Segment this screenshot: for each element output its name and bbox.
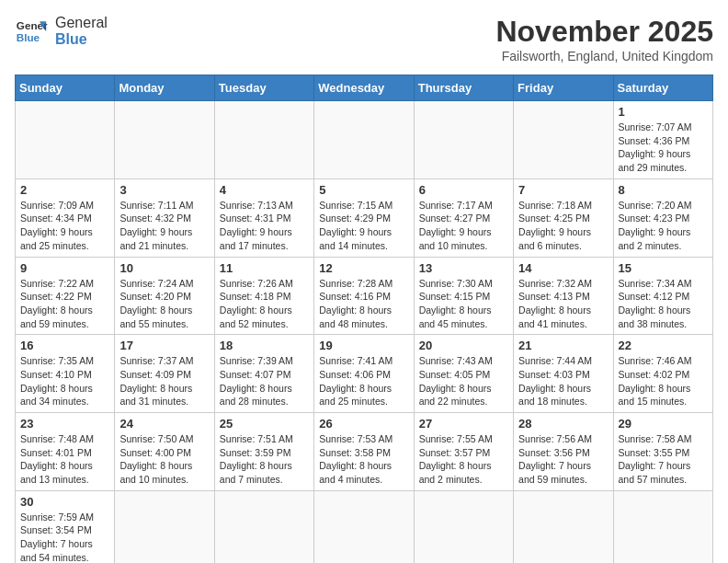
day-info: Sunrise: 7:59 AMSunset: 3:54 PMDaylight:…	[20, 511, 109, 563]
day-info: Sunrise: 7:07 AMSunset: 4:36 PMDaylight:…	[619, 121, 708, 175]
day-number: 4	[220, 183, 309, 197]
day-number: 22	[619, 339, 708, 352]
calendar-day-cell: 3Sunrise: 7:11 AMSunset: 4:32 PMDaylight…	[115, 178, 214, 257]
calendar-day-cell: 27Sunrise: 7:55 AMSunset: 3:57 PMDayligh…	[414, 413, 513, 491]
day-number: 14	[518, 261, 608, 275]
day-number: 20	[419, 339, 508, 352]
day-info: Sunrise: 7:22 AMSunset: 4:22 PMDaylight:…	[20, 277, 109, 331]
calendar-day-cell: 9Sunrise: 7:22 AMSunset: 4:22 PMDaylight…	[16, 257, 115, 335]
day-number: 17	[119, 339, 209, 352]
day-number: 27	[419, 417, 508, 431]
calendar-day-cell	[514, 490, 613, 563]
month-title: November 2025	[495, 15, 713, 49]
day-info: Sunrise: 7:55 AMSunset: 3:57 PMDaylight:…	[419, 432, 508, 487]
title-area: November 2025 Failsworth, England, Unite…	[495, 15, 713, 63]
header: General Blue General Blue November 2025 …	[15, 15, 713, 63]
calendar: SundayMondayTuesdayWednesdayThursdayFrid…	[15, 75, 713, 563]
day-info: Sunrise: 7:30 AMSunset: 4:15 PMDaylight:…	[419, 277, 508, 331]
calendar-day-cell: 24Sunrise: 7:50 AMSunset: 4:00 PMDayligh…	[115, 413, 214, 491]
day-info: Sunrise: 7:48 AMSunset: 4:01 PMDaylight:…	[20, 432, 109, 487]
day-info: Sunrise: 7:18 AMSunset: 4:25 PMDaylight:…	[518, 199, 608, 253]
day-number: 30	[20, 495, 109, 509]
day-number: 5	[319, 183, 408, 197]
day-number: 9	[20, 261, 109, 275]
weekday-header: Thursday	[414, 75, 513, 101]
calendar-day-cell: 19Sunrise: 7:41 AMSunset: 4:06 PMDayligh…	[314, 335, 414, 413]
day-info: Sunrise: 7:13 AMSunset: 4:31 PMDaylight:…	[220, 199, 309, 253]
day-number: 29	[619, 417, 708, 431]
day-number: 13	[419, 261, 508, 275]
calendar-day-cell	[314, 101, 414, 179]
day-info: Sunrise: 7:32 AMSunset: 4:13 PMDaylight:…	[518, 277, 608, 331]
calendar-day-cell	[414, 490, 513, 563]
calendar-day-cell	[115, 490, 214, 563]
svg-text:Blue: Blue	[17, 31, 40, 43]
calendar-day-cell: 13Sunrise: 7:30 AMSunset: 4:15 PMDayligh…	[414, 257, 513, 335]
day-number: 11	[220, 261, 309, 275]
day-info: Sunrise: 7:26 AMSunset: 4:18 PMDaylight:…	[220, 277, 309, 331]
calendar-day-cell: 22Sunrise: 7:46 AMSunset: 4:02 PMDayligh…	[613, 335, 712, 413]
day-number: 6	[419, 183, 508, 197]
calendar-day-cell: 11Sunrise: 7:26 AMSunset: 4:18 PMDayligh…	[214, 257, 313, 335]
calendar-day-cell: 21Sunrise: 7:44 AMSunset: 4:03 PMDayligh…	[514, 335, 613, 413]
calendar-week-row: 16Sunrise: 7:35 AMSunset: 4:10 PMDayligh…	[16, 335, 713, 413]
day-info: Sunrise: 7:39 AMSunset: 4:07 PMDaylight:…	[220, 354, 309, 408]
day-info: Sunrise: 7:58 AMSunset: 3:55 PMDaylight:…	[619, 432, 708, 487]
calendar-day-cell: 1Sunrise: 7:07 AMSunset: 4:36 PMDaylight…	[613, 101, 712, 179]
day-info: Sunrise: 7:24 AMSunset: 4:20 PMDaylight:…	[119, 277, 209, 331]
day-number: 7	[518, 183, 608, 197]
day-info: Sunrise: 7:28 AMSunset: 4:16 PMDaylight:…	[319, 277, 408, 331]
calendar-day-cell: 25Sunrise: 7:51 AMSunset: 3:59 PMDayligh…	[214, 413, 313, 491]
day-number: 12	[319, 261, 408, 275]
day-info: Sunrise: 7:50 AMSunset: 4:00 PMDaylight:…	[119, 432, 209, 487]
calendar-day-cell: 10Sunrise: 7:24 AMSunset: 4:20 PMDayligh…	[115, 257, 214, 335]
calendar-day-cell: 23Sunrise: 7:48 AMSunset: 4:01 PMDayligh…	[16, 413, 115, 491]
calendar-day-cell	[16, 101, 115, 179]
calendar-week-row: 9Sunrise: 7:22 AMSunset: 4:22 PMDaylight…	[16, 257, 713, 335]
calendar-day-cell: 7Sunrise: 7:18 AMSunset: 4:25 PMDaylight…	[514, 178, 613, 257]
calendar-week-row: 2Sunrise: 7:09 AMSunset: 4:34 PMDaylight…	[16, 178, 713, 257]
day-number: 24	[119, 417, 209, 431]
day-info: Sunrise: 7:34 AMSunset: 4:12 PMDaylight:…	[619, 277, 708, 331]
calendar-day-cell: 16Sunrise: 7:35 AMSunset: 4:10 PMDayligh…	[16, 335, 115, 413]
day-number: 18	[220, 339, 309, 352]
day-info: Sunrise: 7:41 AMSunset: 4:06 PMDaylight:…	[319, 354, 408, 408]
day-info: Sunrise: 7:43 AMSunset: 4:05 PMDaylight:…	[419, 354, 508, 408]
day-info: Sunrise: 7:17 AMSunset: 4:27 PMDaylight:…	[419, 199, 508, 253]
calendar-day-cell: 14Sunrise: 7:32 AMSunset: 4:13 PMDayligh…	[514, 257, 613, 335]
calendar-day-cell: 6Sunrise: 7:17 AMSunset: 4:27 PMDaylight…	[414, 178, 513, 257]
day-number: 2	[20, 183, 109, 197]
calendar-day-cell: 12Sunrise: 7:28 AMSunset: 4:16 PMDayligh…	[314, 257, 414, 335]
calendar-day-cell: 29Sunrise: 7:58 AMSunset: 3:55 PMDayligh…	[613, 413, 712, 491]
calendar-day-cell: 15Sunrise: 7:34 AMSunset: 4:12 PMDayligh…	[613, 257, 712, 335]
day-info: Sunrise: 7:37 AMSunset: 4:09 PMDaylight:…	[119, 354, 209, 408]
logo: General Blue General Blue	[15, 15, 108, 48]
calendar-day-cell	[115, 101, 214, 179]
day-info: Sunrise: 7:46 AMSunset: 4:02 PMDaylight:…	[619, 354, 708, 408]
day-number: 8	[619, 183, 708, 197]
calendar-day-cell	[214, 101, 313, 179]
day-info: Sunrise: 7:53 AMSunset: 3:58 PMDaylight:…	[319, 432, 408, 487]
day-number: 1	[619, 105, 708, 119]
calendar-week-row: 30Sunrise: 7:59 AMSunset: 3:54 PMDayligh…	[16, 490, 713, 563]
day-number: 23	[20, 417, 109, 431]
calendar-day-cell	[514, 101, 613, 179]
calendar-day-cell: 26Sunrise: 7:53 AMSunset: 3:58 PMDayligh…	[314, 413, 414, 491]
day-info: Sunrise: 7:44 AMSunset: 4:03 PMDaylight:…	[518, 354, 608, 408]
calendar-day-cell: 8Sunrise: 7:20 AMSunset: 4:23 PMDaylight…	[613, 178, 712, 257]
calendar-day-cell: 2Sunrise: 7:09 AMSunset: 4:34 PMDaylight…	[16, 178, 115, 257]
day-number: 28	[518, 417, 608, 431]
weekday-header: Tuesday	[214, 75, 313, 101]
logo-blue: Blue	[55, 31, 108, 48]
logo-icon: General Blue	[15, 15, 48, 48]
day-info: Sunrise: 7:15 AMSunset: 4:29 PMDaylight:…	[319, 199, 408, 253]
calendar-day-cell: 4Sunrise: 7:13 AMSunset: 4:31 PMDaylight…	[214, 178, 313, 257]
calendar-day-cell	[314, 490, 414, 563]
calendar-day-cell: 28Sunrise: 7:56 AMSunset: 3:56 PMDayligh…	[514, 413, 613, 491]
day-number: 26	[319, 417, 408, 431]
day-info: Sunrise: 7:09 AMSunset: 4:34 PMDaylight:…	[20, 199, 109, 253]
calendar-day-cell	[414, 101, 513, 179]
calendar-day-cell: 17Sunrise: 7:37 AMSunset: 4:09 PMDayligh…	[115, 335, 214, 413]
weekday-header: Wednesday	[314, 75, 414, 101]
calendar-week-row: 23Sunrise: 7:48 AMSunset: 4:01 PMDayligh…	[16, 413, 713, 491]
